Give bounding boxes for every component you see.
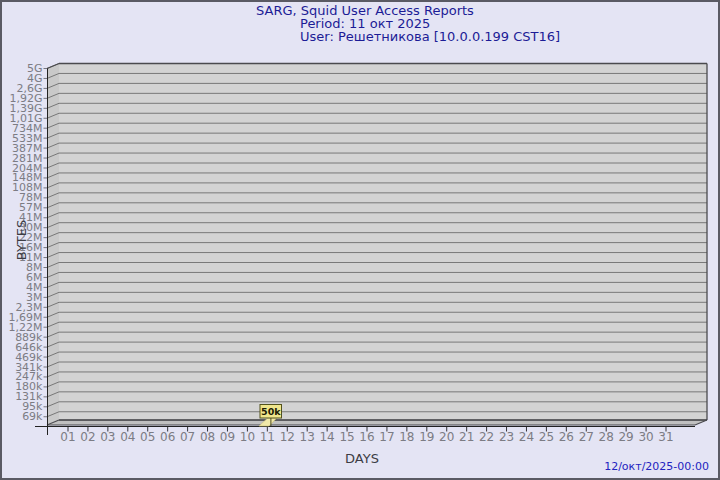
x-axis-ticks: 0102030405060708091011121314151617181920… (60, 427, 673, 444)
y-axis-title: BYTES (14, 220, 29, 261)
x-tick-label: 16 (359, 430, 374, 444)
x-tick-label: 02 (80, 430, 95, 444)
x-tick-label: 31 (658, 430, 673, 444)
x-tick-label: 13 (300, 430, 315, 444)
x-tick-label: 27 (579, 430, 594, 444)
x-tick-label: 30 (638, 430, 653, 444)
x-tick-label: 07 (180, 430, 195, 444)
x-tick-label: 11 (260, 430, 275, 444)
x-tick-label: 22 (479, 430, 494, 444)
x-tick-label: 04 (120, 430, 135, 444)
x-tick-label: 18 (399, 430, 414, 444)
x-tick-label: 20 (439, 430, 454, 444)
plot-area (59, 64, 707, 421)
report-canvas: SARG, Squid User Access Reports Period: … (0, 0, 720, 480)
x-tick-label: 29 (618, 430, 633, 444)
x-tick-label: 06 (160, 430, 175, 444)
x-tick-label: 17 (379, 430, 394, 444)
x-tick-label: 01 (60, 430, 75, 444)
x-tick-label: 12 (280, 430, 295, 444)
x-tick-label: 08 (200, 430, 215, 444)
x-tick-label: 05 (140, 430, 155, 444)
x-tick-label: 24 (519, 430, 534, 444)
y-tick-label: 69k (22, 410, 43, 423)
x-tick-label: 21 (459, 430, 474, 444)
x-tick-label: 23 (499, 430, 514, 444)
x-tick-label: 15 (339, 430, 354, 444)
x-tick-label: 10 (240, 430, 255, 444)
x-tick-label: 26 (559, 430, 574, 444)
annotation-label: 50k (261, 406, 281, 417)
x-tick-label: 14 (319, 430, 334, 444)
x-axis-title: DAYS (345, 451, 379, 466)
chart-user: User: Решетникова [10.0.0.199 CST16] (300, 30, 560, 43)
timestamp: 12/окт/2025-00:00 (604, 460, 709, 473)
x-tick-label: 09 (220, 430, 235, 444)
x-tick-label: 28 (599, 430, 614, 444)
chart-3d-walls (47, 64, 707, 426)
chart-plot: 5G4G2,6G1,92G1,39G1,01G734M533M387M281M2… (2, 2, 720, 480)
x-tick-label: 25 (539, 430, 554, 444)
x-tick-label: 19 (419, 430, 434, 444)
x-tick-label: 03 (100, 430, 115, 444)
